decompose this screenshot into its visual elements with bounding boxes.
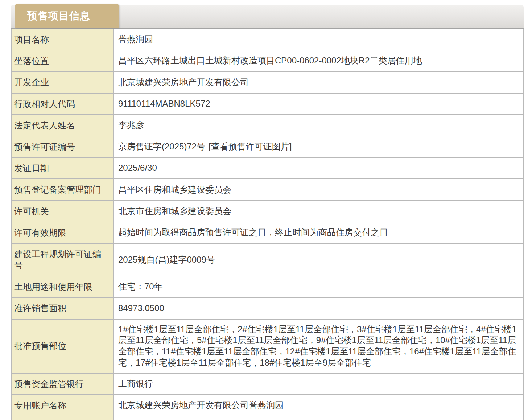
row-approved-presale-parts: 批准预售部位 1#住宅楼1层至11层全部住宅，2#住宅楼1层至11层全部住宅，3… xyxy=(11,319,523,373)
row-value: 84973.0500 xyxy=(113,297,523,319)
row-label: 土地用途和使用年限 xyxy=(11,276,113,297)
row-developer: 开发企业 北京城建兴荣房地产开发有限公司 xyxy=(11,71,523,93)
row-label: 专用账户名称 xyxy=(11,395,113,416)
row-value: 北京城建兴荣房地产开发有限公司 xyxy=(113,71,523,93)
tab-presale-project-info: 预售项目信息 xyxy=(15,4,119,28)
row-value: 2025规自(昌)建字0009号 xyxy=(113,243,523,276)
row-legal-representative: 法定代表人姓名 李兆彦 xyxy=(11,115,523,136)
row-registration-department: 预售登记备案管理部门 昌平区住房和城乡建设委员会 xyxy=(11,179,523,200)
view-license-image-link[interactable]: [查看预售许可证图片] xyxy=(209,141,292,151)
row-special-account-number: 专用账户账号 0200000329200484753 xyxy=(11,416,523,420)
row-value: 誉燕润园 xyxy=(113,29,523,50)
row-label: 发证日期 xyxy=(11,157,113,179)
row-label: 许可机关 xyxy=(11,201,113,222)
header-band: 预售项目信息 xyxy=(11,5,524,28)
row-supervision-bank: 预售资金监管银行 工商银行 xyxy=(11,373,523,395)
row-value: 北京城建兴荣房地产开发有限公司誉燕润园 xyxy=(113,395,523,416)
row-value: 李兆彦 xyxy=(113,115,523,136)
row-label: 坐落位置 xyxy=(11,50,113,71)
row-planning-permit-number: 建设工程规划许可证编号 2025规自(昌)建字0009号 xyxy=(11,243,523,276)
tab-title: 预售项目信息 xyxy=(15,9,90,23)
row-location: 坐落位置 昌平区六环路土城出口土城新村改造项目CP00-0602-0002地块R… xyxy=(11,50,523,71)
row-value: 住宅：70年 xyxy=(113,276,523,297)
row-label: 专用账户账号 xyxy=(11,416,113,420)
row-label: 预售资金监管银行 xyxy=(11,373,113,395)
row-label: 法定代表人姓名 xyxy=(11,115,113,136)
row-label: 预售登记备案管理部门 xyxy=(11,179,113,200)
row-licensing-authority: 许可机关 北京市住房和城乡建设委员会 xyxy=(11,201,523,222)
row-value: 京房售证字(2025)72号[查看预售许可证图片] xyxy=(113,136,523,157)
row-value: 1#住宅楼1层至11层全部住宅，2#住宅楼1层至11层全部住宅，3#住宅楼1层至… xyxy=(113,319,523,373)
row-label: 建设工程规划许可证编号 xyxy=(11,243,113,276)
presale-info-table: 项目名称 誉燕润园 坐落位置 昌平区六环路土城出口土城新村改造项目CP00-06… xyxy=(11,28,524,420)
row-special-account-name: 专用账户名称 北京城建兴荣房地产开发有限公司誉燕润园 xyxy=(11,395,523,416)
presale-info-panel: 预售项目信息 项目名称 誉燕润园 坐落位置 昌平区六环路土城出口土城新村改造项目… xyxy=(11,5,524,420)
row-validity-period: 许可有效期限 起始时间为取得商品房预售许可证之日，终止时间为商品住房交付之日 xyxy=(11,222,523,243)
row-label: 许可有效期限 xyxy=(11,222,113,243)
row-value: 2025/6/30 xyxy=(113,157,523,179)
row-entity-code: 行政相对人代码 91110114MABN8LK572 xyxy=(11,93,523,115)
row-value: 北京市住房和城乡建设委员会 xyxy=(113,201,523,222)
row-label: 行政相对人代码 xyxy=(11,93,113,115)
row-land-use-and-term: 土地用途和使用年限 住宅：70年 xyxy=(11,276,523,297)
row-label: 预售许可证编号 xyxy=(11,136,113,157)
row-value: 昌平区住房和城乡建设委员会 xyxy=(113,179,523,200)
row-project-name: 项目名称 誉燕润园 xyxy=(11,29,523,50)
row-value: 91110114MABN8LK572 xyxy=(113,93,523,115)
row-issue-date: 发证日期 2025/6/30 xyxy=(11,157,523,179)
permit-number-text: 京房售证字(2025)72号 xyxy=(118,141,205,151)
row-presale-permit-number: 预售许可证编号 京房售证字(2025)72号[查看预售许可证图片] xyxy=(11,136,523,157)
row-value: 起始时间为取得商品房预售许可证之日，终止时间为商品住房交付之日 xyxy=(113,222,523,243)
row-value: 0200000329200484753 xyxy=(113,416,523,420)
row-value: 昌平区六环路土城出口土城新村改造项目CP00-0602-0002地块R2二类居住… xyxy=(113,50,523,71)
row-label: 准许销售面积 xyxy=(11,297,113,319)
row-approved-sales-area: 准许销售面积 84973.0500 xyxy=(11,297,523,319)
row-label: 批准预售部位 xyxy=(11,319,113,373)
row-label: 开发企业 xyxy=(11,71,113,93)
row-label: 项目名称 xyxy=(11,29,113,50)
row-value: 工商银行 xyxy=(113,373,523,395)
